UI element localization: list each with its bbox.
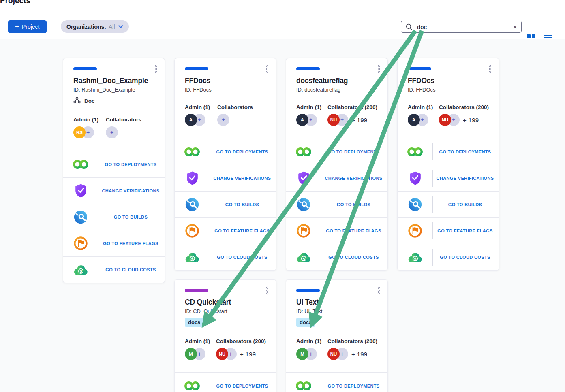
admin-avatar[interactable]: M [296, 348, 308, 360]
action-link[interactable]: GO TO BUILDS [98, 215, 165, 219]
admin-count-label: Admin (1) [408, 104, 439, 110]
project-name[interactable]: docsfeatureflag [296, 77, 377, 85]
project-name[interactable]: FFDocs [185, 77, 266, 85]
card-action-row[interactable]: GO TO DEPLOYMENTS [175, 373, 276, 392]
project-card[interactable]: docsfeatureflag ID: docsfeatureflag Admi… [286, 58, 388, 271]
card-action-row[interactable]: GO TO BUILDS [175, 191, 276, 217]
card-actions: GO TO DEPLOYMENTS CHANGE VERIFICATIONS G… [63, 151, 165, 283]
card-action-row[interactable]: CHANGE VERIFICATIONS [398, 165, 499, 191]
project-card[interactable]: Rashmi_Doc_Example ID: Rashmi_Doc_Exampl… [63, 58, 165, 283]
admin-avatar[interactable]: A [296, 114, 308, 126]
action-link[interactable]: CHANGE VERIFICATIONS [433, 176, 499, 181]
collaborators-column: Collaborators + [217, 104, 253, 126]
admin-column: Admin (1) M + [296, 338, 327, 360]
members-section: Admin (1) RS + Collaborators + [73, 117, 154, 151]
card-action-row[interactable]: GO TO BUILDS [63, 204, 165, 230]
card-action-row[interactable]: $ GO TO CLOUD COSTS [286, 244, 387, 270]
action-link[interactable]: GO TO DEPLOYMENTS [433, 149, 499, 154]
deployments-icon [286, 147, 321, 157]
card-action-row[interactable]: GO TO FEATURE FLAGS [63, 230, 165, 256]
card-action-row[interactable]: GO TO FEATURE FLAGS [286, 217, 387, 244]
project-card[interactable]: FFDOcs ID: FFDOcs Admin (1) A + Collabor… [397, 58, 499, 271]
add-collaborator-button[interactable]: + [217, 114, 229, 126]
action-link[interactable]: GO TO DEPLOYMENTS [321, 383, 387, 388]
collaborators-overflow-count: + 199 [463, 117, 479, 124]
action-link[interactable]: CHANGE VERIFICATIONS [98, 188, 165, 193]
card-action-row[interactable]: GO TO DEPLOYMENTS [286, 138, 387, 165]
card-action-row[interactable]: GO TO BUILDS [286, 191, 387, 217]
project-name[interactable]: CD Quickstart [185, 298, 266, 307]
organizations-filter-value: All [109, 23, 115, 30]
card-menu-button[interactable] [488, 64, 492, 74]
project-card[interactable]: FFDocs ID: FFDocs Admin (1) A + Collabor… [174, 58, 276, 271]
feature-flags-icon [398, 224, 432, 238]
project-card[interactable]: CD Quickstart ID: CD_Quickstart docs Adm… [174, 279, 276, 392]
action-link[interactable]: GO TO DEPLOYMENTS [98, 162, 165, 167]
action-link[interactable]: GO TO BUILDS [210, 202, 276, 207]
card-menu-button[interactable] [154, 64, 158, 74]
action-link[interactable]: GO TO CLOUD COSTS [321, 255, 387, 260]
card-action-row[interactable]: GO TO FEATURE FLAGS [175, 217, 276, 244]
action-link[interactable]: GO TO FEATURE FLAGS [210, 228, 276, 233]
action-link[interactable]: GO TO CLOUD COSTS [210, 255, 276, 260]
collaborators-column: Collaborators (200) NU + + 199 [216, 338, 266, 360]
clear-search-button[interactable]: × [513, 24, 517, 30]
deployments-icon [286, 381, 321, 391]
collaborators-count-label: Collaborators (200) [327, 104, 377, 110]
add-project-button[interactable]: + Project [8, 20, 47, 33]
action-link[interactable]: GO TO CLOUD COSTS [98, 267, 165, 272]
action-link[interactable]: GO TO DEPLOYMENTS [210, 149, 276, 154]
card-menu-button[interactable] [377, 64, 381, 74]
project-id: ID: docsfeatureflag [296, 87, 377, 93]
builds-icon [286, 197, 321, 212]
action-link[interactable]: CHANGE VERIFICATIONS [210, 176, 276, 181]
card-action-row[interactable]: GO TO BUILDS [398, 191, 499, 217]
deployments-icon [398, 147, 432, 157]
admin-avatar[interactable]: A [185, 114, 197, 126]
card-menu-button[interactable] [377, 286, 381, 295]
project-card[interactable]: UI Text ID: UI_Text docs Admin (1) M + C… [286, 279, 388, 392]
card-menu-button[interactable] [265, 64, 269, 74]
action-link[interactable]: GO TO CLOUD COSTS [433, 255, 499, 260]
project-id: ID: FFDOcs [408, 87, 489, 93]
action-link[interactable]: GO TO BUILDS [433, 202, 499, 207]
project-name[interactable]: FFDOcs [408, 77, 489, 85]
card-action-row[interactable]: CHANGE VERIFICATIONS [175, 165, 276, 191]
card-action-row[interactable]: $ GO TO CLOUD COSTS [398, 244, 499, 270]
action-link[interactable]: GO TO FEATURE FLAGS [433, 228, 499, 233]
collaborator-avatar[interactable]: NU [216, 348, 228, 360]
card-action-row[interactable]: CHANGE VERIFICATIONS [63, 177, 165, 204]
action-link[interactable]: GO TO DEPLOYMENTS [321, 149, 387, 154]
card-action-row[interactable]: GO TO DEPLOYMENTS [63, 151, 165, 177]
action-link[interactable]: GO TO FEATURE FLAGS [98, 241, 165, 246]
action-link[interactable]: GO TO FEATURE FLAGS [321, 228, 387, 233]
card-action-row[interactable]: $ GO TO CLOUD COSTS [175, 244, 276, 270]
card-action-row[interactable]: $ GO TO CLOUD COSTS [63, 256, 165, 283]
card-menu-button[interactable] [265, 286, 269, 295]
card-action-row[interactable]: GO TO FEATURE FLAGS [398, 217, 499, 244]
admin-avatar[interactable]: M [185, 348, 197, 360]
feature-flags-icon [286, 224, 321, 238]
action-link[interactable]: GO TO BUILDS [321, 202, 387, 207]
action-link[interactable]: GO TO DEPLOYMENTS [210, 383, 276, 388]
project-name[interactable]: UI Text [296, 298, 377, 307]
admin-avatar[interactable]: RS [73, 126, 86, 138]
search-input[interactable] [416, 23, 513, 31]
card-action-row[interactable]: GO TO DEPLOYMENTS [398, 138, 499, 165]
members-section: Admin (1) A + Collaborators (200) NU + +… [408, 104, 489, 138]
svg-text:$: $ [414, 256, 417, 260]
admin-avatar[interactable]: A [408, 114, 420, 126]
collaborator-avatar[interactable]: NU [327, 348, 340, 360]
collaborator-avatar[interactable]: NU [327, 114, 340, 126]
members-section: Admin (1) A + Collaborators (200) NU + +… [296, 104, 377, 138]
deployments-icon [175, 147, 210, 157]
add-collaborator-button[interactable]: + [106, 126, 118, 138]
action-link[interactable]: CHANGE VERIFICATIONS [321, 176, 387, 181]
organizations-filter-dropdown[interactable]: Organizations: All [61, 20, 129, 33]
cloud-costs-icon: $ [175, 251, 210, 264]
card-action-row[interactable]: GO TO DEPLOYMENTS [286, 373, 387, 392]
collaborator-avatar[interactable]: NU [439, 114, 451, 126]
card-action-row[interactable]: CHANGE VERIFICATIONS [286, 165, 387, 191]
project-name[interactable]: Rashmi_Doc_Example [73, 77, 154, 85]
card-action-row[interactable]: GO TO DEPLOYMENTS [175, 138, 276, 165]
